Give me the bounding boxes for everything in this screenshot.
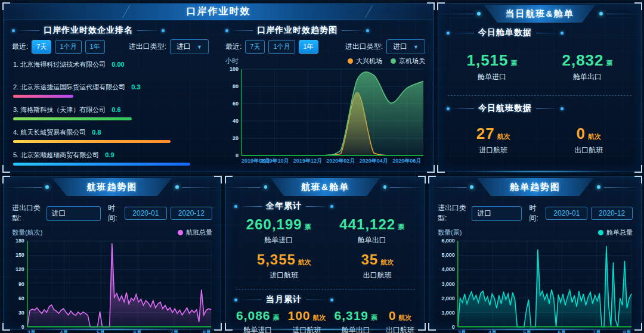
stat-manifest-export: 2,832票 舱单出口 (562, 51, 612, 82)
flight-trend-date-to[interactable]: 2020-12 (171, 207, 212, 220)
svg-text:120: 120 (16, 266, 24, 272)
decor-line (439, 14, 473, 14)
glow-dot (264, 185, 267, 189)
company-bar (13, 95, 73, 98)
svg-text:2020年02月: 2020年02月 (326, 158, 355, 164)
stat-label: 出口航班 (361, 270, 394, 281)
glow-dot (330, 205, 333, 208)
trend-filters: 最近: 7天 1个月 1年 进出口类型: 进口 ▼ (225, 39, 425, 54)
glow-dot (366, 29, 369, 32)
legend-item[interactable]: 大兴机场 (348, 57, 382, 66)
glow-dot (234, 205, 237, 208)
year-flight-stats: 5,355航次 进口航班 35航次 出口航班 (232, 251, 419, 281)
manifest-trend-date-from[interactable]: 2020-01 (546, 207, 587, 220)
glow-dot (175, 185, 179, 189)
company-value: 0.3 (131, 83, 140, 91)
stat-year-flight-export: 35航次 出口航班 (361, 251, 394, 281)
trend-type-select[interactable]: 进口 ▼ (386, 39, 425, 54)
panel-title-bar: 舱单趋势图 (429, 178, 641, 196)
panel-flight-manifest-summary: 航班&舱单 全年累计 260,199票 舱单进口 441,122票 舱单出口 5 (225, 176, 425, 330)
decor-line (606, 14, 641, 14)
ranking-range-1y-button[interactable]: 1年 (85, 40, 105, 54)
decor-line (306, 300, 326, 300)
svg-text:90: 90 (18, 281, 24, 287)
port-trend-chart: 0204060801002019年08月2019年10月2019年12月2020… (222, 66, 429, 168)
decor-line (226, 187, 261, 188)
company-name: 4. 航天长城贸易有限公司 (13, 128, 86, 137)
manifest-trend-type-input[interactable]: 进口 (472, 206, 522, 221)
glow-dot (447, 107, 450, 110)
svg-text:2019年12月: 2019年12月 (293, 158, 322, 164)
company-value: 0.8 (92, 129, 101, 136)
stat-value: 35 (361, 251, 378, 267)
glow-dot (45, 185, 49, 189)
corner-bracket (634, 165, 642, 173)
decor-line (390, 187, 425, 188)
flight-trend-type-input[interactable]: 进口 (47, 206, 101, 221)
corner-bracket (634, 323, 642, 331)
decor-line (242, 206, 262, 207)
stat-unit: 票 (305, 223, 311, 231)
decor-line (242, 300, 262, 300)
stat-value: 441,122 (339, 216, 395, 232)
stat-value: 6,319 (334, 309, 369, 322)
manifest-trend-chart: 01,0002,0003,0004,0005,0006,0003月4月5月6月7… (434, 237, 636, 333)
time-label: 时间: (108, 203, 121, 223)
glow-dot (561, 32, 564, 35)
ranking-type-select[interactable]: 进口 ▼ (170, 39, 209, 54)
decor-line (182, 187, 217, 188)
trend-chart-meta: 小时 大兴机场 京机场关 (225, 57, 425, 66)
corner-bracket (428, 323, 436, 331)
panel-title: 航班趋势图 (87, 182, 138, 193)
glow-dot (561, 107, 564, 110)
stat-unit: 航次 (313, 314, 326, 321)
stat-label: 舱单出口 (339, 235, 404, 245)
svg-text:2019年10月: 2019年10月 (260, 158, 289, 164)
glow-dot (477, 12, 481, 15)
ranking-type-value: 进口 (177, 42, 191, 52)
legend-item[interactable]: 舱单总量 (598, 228, 633, 237)
section-title-text: 今日航班数据 (478, 103, 532, 114)
svg-text:180: 180 (16, 238, 24, 244)
decor-slash (365, 5, 373, 18)
stat-label: 舱单进口 (466, 72, 517, 82)
stat-value: 1,515 (466, 51, 508, 69)
stat-unit: 票 (398, 223, 404, 231)
ranking-range-7d-button[interactable]: 7天 (32, 40, 51, 54)
manifest-trend-date-to[interactable]: 2020-12 (591, 207, 633, 220)
company-name: 2. 北京乐途捷运国际货运代理有限公司 (13, 83, 125, 92)
svg-text:60: 60 (233, 101, 239, 107)
stat-label: 舱单出口 (562, 72, 612, 82)
stat-unit: 航次 (298, 259, 311, 266)
ranking-range-1m-button[interactable]: 1个月 (55, 40, 81, 54)
decor-line (454, 108, 474, 109)
legend-item[interactable]: 航班总量 (178, 228, 212, 237)
y-axis-unit: 数量(航次) (12, 228, 42, 237)
dashed-divider (448, 95, 631, 96)
panel-title-banner: 航班&舱单 (271, 178, 380, 196)
svg-text:0: 0 (21, 324, 24, 330)
panel-title: 口岸作业时效 (187, 5, 251, 18)
stat-unit: 航次 (588, 133, 601, 140)
type-label: 进出口类型: (12, 203, 43, 223)
flight-trend-date-from[interactable]: 2020-01 (125, 207, 166, 220)
ranking-section: 口岸作业时效企业排名 最近: 7天 1个月 1年 进出口类型: 进口 ▼ (4, 20, 217, 173)
trend-range-7d-button[interactable]: 7天 (245, 40, 265, 54)
legend-label: 航班总量 (186, 228, 212, 237)
y-axis-unit: 数量(票) (438, 228, 462, 237)
svg-text:6,000: 6,000 (441, 238, 454, 244)
flight-trend-legend: 航班总量 (178, 228, 212, 237)
svg-text:0: 0 (236, 153, 239, 158)
trend-range-1m-button[interactable]: 1个月 (268, 40, 295, 54)
trend-range-1y-button[interactable]: 1年 (299, 40, 318, 54)
svg-text:8月: 8月 (203, 329, 211, 333)
time-label: 时间: (529, 203, 542, 223)
panel-title-bar: 口岸作业时效 (4, 4, 434, 20)
legend-item[interactable]: 京机场关 (391, 57, 425, 66)
decor-line (7, 187, 42, 188)
decor-line (536, 108, 556, 109)
stat-flight-export: 0航次 出口航班 (574, 125, 603, 155)
svg-text:60: 60 (18, 295, 24, 301)
stat-value: 260,199 (246, 216, 302, 232)
stat-unit: 票 (511, 60, 518, 67)
